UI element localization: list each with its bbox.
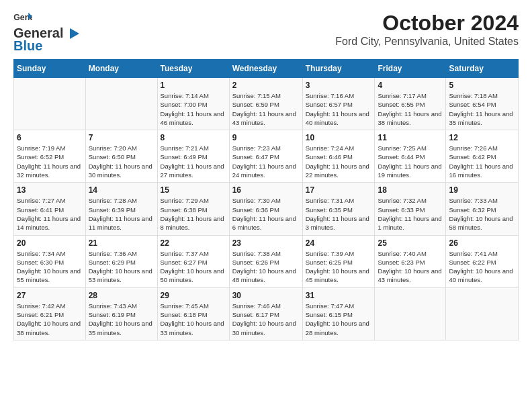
calendar-week-row: 13Sunrise: 7:27 AMSunset: 6:41 PMDayligh… <box>14 183 519 235</box>
day-number: 12 <box>449 133 515 142</box>
day-info: Sunrise: 7:24 AMSunset: 6:46 PMDaylight:… <box>306 144 372 179</box>
calendar-day-cell: 9Sunrise: 7:23 AMSunset: 6:47 PMDaylight… <box>229 130 302 183</box>
day-number: 15 <box>161 185 226 195</box>
logo-icon: General <box>13 11 32 26</box>
day-of-week-header: Monday <box>85 60 157 78</box>
day-info: Sunrise: 7:32 AMSunset: 6:33 PMDaylight:… <box>378 196 443 232</box>
calendar-day-cell: 12Sunrise: 7:26 AMSunset: 6:42 PMDayligh… <box>446 130 519 183</box>
calendar-day-cell: 14Sunrise: 7:28 AMSunset: 6:39 PMDayligh… <box>85 183 157 235</box>
day-of-week-header: Sunday <box>14 60 86 78</box>
calendar-day-cell: 30Sunrise: 7:46 AMSunset: 6:17 PMDayligh… <box>229 287 302 340</box>
day-number: 16 <box>232 185 300 195</box>
day-number: 21 <box>89 238 154 248</box>
day-number: 14 <box>89 185 154 195</box>
day-number: 17 <box>306 185 372 195</box>
month-title: October 2024 <box>335 11 519 36</box>
calendar-day-cell: 15Sunrise: 7:29 AMSunset: 6:38 PMDayligh… <box>157 183 229 235</box>
day-info: Sunrise: 7:15 AMSunset: 6:59 PMDaylight:… <box>232 91 300 127</box>
day-info: Sunrise: 7:36 AMSunset: 6:29 PMDaylight:… <box>89 249 154 285</box>
calendar-day-cell: 11Sunrise: 7:25 AMSunset: 6:44 PMDayligh… <box>375 130 446 183</box>
calendar-day-cell: 31Sunrise: 7:47 AMSunset: 6:15 PMDayligh… <box>302 287 375 340</box>
day-info: Sunrise: 7:17 AMSunset: 6:55 PMDaylight:… <box>378 91 443 127</box>
day-number: 20 <box>17 238 83 248</box>
day-number: 31 <box>306 291 372 300</box>
logo-arrow-icon <box>64 27 81 40</box>
day-info: Sunrise: 7:30 AMSunset: 6:36 PMDaylight:… <box>232 196 300 232</box>
day-number: 7 <box>89 133 154 142</box>
day-number: 24 <box>306 238 372 248</box>
logo-blue: Blue <box>13 38 42 54</box>
calendar-day-cell <box>446 287 519 340</box>
day-info: Sunrise: 7:40 AMSunset: 6:23 PMDaylight:… <box>378 249 443 285</box>
day-number: 2 <box>232 81 300 90</box>
day-info: Sunrise: 7:25 AMSunset: 6:44 PMDaylight:… <box>378 144 443 179</box>
calendar-day-cell: 24Sunrise: 7:39 AMSunset: 6:25 PMDayligh… <box>302 235 375 287</box>
calendar-header-row: SundayMondayTuesdayWednesdayThursdayFrid… <box>14 60 519 78</box>
calendar-day-cell: 17Sunrise: 7:31 AMSunset: 6:35 PMDayligh… <box>302 183 375 235</box>
day-of-week-header: Thursday <box>302 60 375 78</box>
calendar-day-cell: 2Sunrise: 7:15 AMSunset: 6:59 PMDaylight… <box>229 78 302 130</box>
calendar-week-row: 20Sunrise: 7:34 AMSunset: 6:30 PMDayligh… <box>14 235 519 287</box>
calendar-day-cell: 20Sunrise: 7:34 AMSunset: 6:30 PMDayligh… <box>14 235 86 287</box>
day-info: Sunrise: 7:39 AMSunset: 6:25 PMDaylight:… <box>306 249 372 285</box>
calendar-week-row: 27Sunrise: 7:42 AMSunset: 6:21 PMDayligh… <box>14 287 519 340</box>
calendar-day-cell: 18Sunrise: 7:32 AMSunset: 6:33 PMDayligh… <box>375 183 446 235</box>
day-number: 29 <box>161 291 226 300</box>
day-number: 27 <box>17 291 83 300</box>
day-number: 18 <box>378 185 443 195</box>
calendar-day-cell: 29Sunrise: 7:45 AMSunset: 6:18 PMDayligh… <box>157 287 229 340</box>
day-info: Sunrise: 7:41 AMSunset: 6:22 PMDaylight:… <box>449 249 515 285</box>
calendar-day-cell: 19Sunrise: 7:33 AMSunset: 6:32 PMDayligh… <box>446 183 519 235</box>
calendar-day-cell: 10Sunrise: 7:24 AMSunset: 6:46 PMDayligh… <box>302 130 375 183</box>
page-header: General General Blue October 2024 Ford C… <box>13 11 519 54</box>
day-info: Sunrise: 7:23 AMSunset: 6:47 PMDaylight:… <box>232 144 300 179</box>
day-number: 28 <box>89 291 154 300</box>
day-info: Sunrise: 7:33 AMSunset: 6:32 PMDaylight:… <box>449 196 515 232</box>
calendar-day-cell: 5Sunrise: 7:18 AMSunset: 6:54 PMDaylight… <box>446 78 519 130</box>
day-info: Sunrise: 7:31 AMSunset: 6:35 PMDaylight:… <box>306 196 372 232</box>
day-number: 13 <box>17 185 83 195</box>
day-info: Sunrise: 7:28 AMSunset: 6:39 PMDaylight:… <box>89 196 154 232</box>
day-number: 4 <box>378 81 443 90</box>
calendar-day-cell: 21Sunrise: 7:36 AMSunset: 6:29 PMDayligh… <box>85 235 157 287</box>
calendar-day-cell: 8Sunrise: 7:21 AMSunset: 6:49 PMDaylight… <box>157 130 229 183</box>
day-number: 1 <box>161 81 226 90</box>
calendar-day-cell <box>375 287 446 340</box>
calendar-day-cell: 28Sunrise: 7:43 AMSunset: 6:19 PMDayligh… <box>85 287 157 340</box>
day-of-week-header: Saturday <box>446 60 519 78</box>
calendar-day-cell: 4Sunrise: 7:17 AMSunset: 6:55 PMDaylight… <box>375 78 446 130</box>
calendar-week-row: 1Sunrise: 7:14 AMSunset: 7:00 PMDaylight… <box>14 78 519 130</box>
day-of-week-header: Friday <box>375 60 446 78</box>
calendar-table: SundayMondayTuesdayWednesdayThursdayFrid… <box>13 59 519 340</box>
day-number: 22 <box>161 238 226 248</box>
day-number: 25 <box>378 238 443 248</box>
day-info: Sunrise: 7:37 AMSunset: 6:27 PMDaylight:… <box>161 249 226 285</box>
calendar-day-cell: 13Sunrise: 7:27 AMSunset: 6:41 PMDayligh… <box>14 183 86 235</box>
day-info: Sunrise: 7:43 AMSunset: 6:19 PMDaylight:… <box>89 302 154 337</box>
day-number: 8 <box>161 133 226 142</box>
location-title: Ford City, Pennsylvania, United States <box>335 36 519 48</box>
calendar-day-cell: 27Sunrise: 7:42 AMSunset: 6:21 PMDayligh… <box>14 287 86 340</box>
calendar-day-cell: 23Sunrise: 7:38 AMSunset: 6:26 PMDayligh… <box>229 235 302 287</box>
day-info: Sunrise: 7:20 AMSunset: 6:50 PMDaylight:… <box>89 144 154 179</box>
day-info: Sunrise: 7:18 AMSunset: 6:54 PMDaylight:… <box>449 91 515 127</box>
day-info: Sunrise: 7:16 AMSunset: 6:57 PMDaylight:… <box>306 91 372 127</box>
day-number: 11 <box>378 133 443 142</box>
day-info: Sunrise: 7:19 AMSunset: 6:52 PMDaylight:… <box>17 144 83 179</box>
day-of-week-header: Wednesday <box>229 60 302 78</box>
calendar-day-cell: 16Sunrise: 7:30 AMSunset: 6:36 PMDayligh… <box>229 183 302 235</box>
day-info: Sunrise: 7:29 AMSunset: 6:38 PMDaylight:… <box>161 196 226 232</box>
calendar-day-cell: 3Sunrise: 7:16 AMSunset: 6:57 PMDaylight… <box>302 78 375 130</box>
calendar-day-cell: 1Sunrise: 7:14 AMSunset: 7:00 PMDaylight… <box>157 78 229 130</box>
day-info: Sunrise: 7:34 AMSunset: 6:30 PMDaylight:… <box>17 249 83 285</box>
day-info: Sunrise: 7:21 AMSunset: 6:49 PMDaylight:… <box>161 144 226 179</box>
day-info: Sunrise: 7:27 AMSunset: 6:41 PMDaylight:… <box>17 196 83 232</box>
logo: General General Blue <box>13 11 82 54</box>
day-number: 19 <box>449 185 515 195</box>
calendar-day-cell: 22Sunrise: 7:37 AMSunset: 6:27 PMDayligh… <box>157 235 229 287</box>
day-number: 6 <box>17 133 83 142</box>
day-info: Sunrise: 7:14 AMSunset: 7:00 PMDaylight:… <box>161 91 226 127</box>
day-info: Sunrise: 7:38 AMSunset: 6:26 PMDaylight:… <box>232 249 300 285</box>
day-number: 10 <box>306 133 372 142</box>
day-number: 26 <box>449 238 515 248</box>
